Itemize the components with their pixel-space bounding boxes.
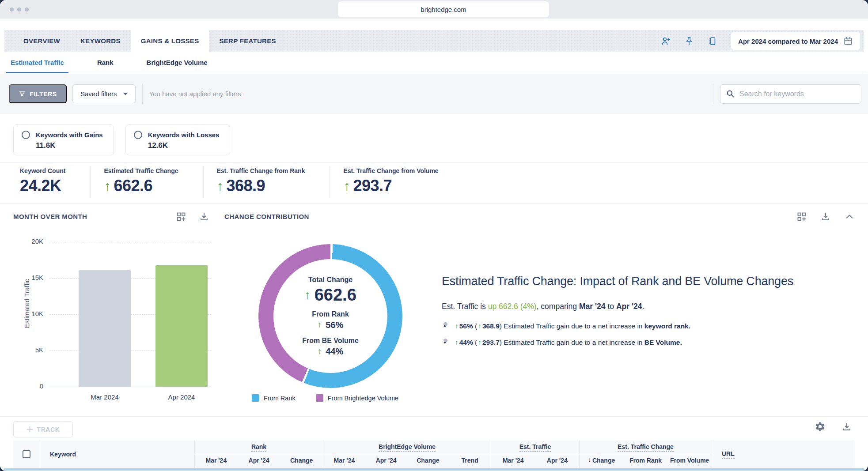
tab-gains-losses[interactable]: GAINS & LOSSES — [131, 30, 209, 52]
bullet-text: ↑44% (↑293.7) Estimated Traffic gain due… — [454, 339, 682, 347]
column-header-est-traffic-apr-24[interactable]: Apr '24 — [535, 454, 580, 468]
device-preview-icon[interactable] — [706, 35, 718, 47]
select-all-checkbox[interactable] — [23, 450, 30, 458]
column-group-label[interactable]: BrightEdge Volume — [379, 443, 436, 452]
horizontal-scrollbar[interactable] — [4, 468, 864, 471]
bar-mar-2024[interactable] — [79, 270, 131, 387]
keyword-table-header: Keyword RankMar '24Apr '24ChangeBrightEd… — [13, 441, 855, 468]
subtab-rank[interactable]: Rank — [93, 52, 118, 73]
column-header-est-traffic-change-from-rank[interactable]: From Rank — [624, 454, 668, 468]
radio-icon[interactable] — [22, 131, 30, 139]
up-arrow-icon: ↑ — [318, 320, 322, 330]
donut-chart[interactable]: Total Change ↑ 662.6 From Rank ↑ 56% Fro… — [258, 244, 402, 388]
add-to-dashboard-icon[interactable] — [796, 211, 807, 222]
filters-button[interactable]: FILTERS — [9, 84, 67, 103]
legend-label: From Brightedge Volume — [328, 395, 398, 402]
keyword-search[interactable] — [720, 84, 861, 104]
main-tabs: OVERVIEWKEYWORDSGAINS & LOSSESSERP FEATU… — [13, 30, 286, 52]
filter-status-text: You have not applied any filters — [149, 90, 241, 98]
column-group-est-traffic: Est. TrafficMar '24Apr '24 — [491, 441, 579, 468]
window-dot-icon[interactable] — [25, 8, 29, 11]
radio-icon[interactable] — [134, 131, 142, 139]
column-header-est-traffic-change-change[interactable]: ↓Change — [580, 454, 624, 468]
download-icon[interactable] — [199, 211, 209, 222]
stat-number: 293.7 — [353, 177, 392, 195]
column-header-est-traffic-mar-24[interactable]: Mar '24 — [491, 454, 535, 468]
calendar-icon — [843, 36, 853, 46]
download-icon[interactable] — [820, 211, 831, 222]
column-header-url[interactable]: URL — [712, 441, 855, 468]
up-arrow-icon: ↑ — [477, 322, 482, 330]
column-group-brightedge-volume: BrightEdge VolumeMar '24Apr '24ChangeTre… — [323, 441, 491, 468]
up-arrow-icon: ↑ — [454, 322, 459, 330]
column-group-label[interactable]: Est. Traffic — [519, 443, 551, 452]
up-arrow-icon: ↑ — [454, 339, 459, 346]
donut-legend: From RankFrom Brightedge Volume — [252, 394, 398, 402]
donut-center: Total Change ↑ 662.6 From Rank ↑ 56% Fro… — [273, 259, 387, 373]
toggle-card-keywords-with-gains[interactable]: Keywords with Gains11.6K — [13, 124, 114, 155]
subtab-estimated-traffic[interactable]: Estimated Traffic — [6, 52, 68, 73]
stat-value: ↑293.7 — [343, 177, 438, 195]
saved-filters-label: Saved filters — [80, 90, 117, 98]
gridline — [49, 387, 211, 387]
bullet-dot: • — [443, 322, 447, 326]
date-range-selector[interactable]: Apr 2024 compared to Mar 2024 — [731, 32, 860, 50]
collapse-chevron-up-icon[interactable] — [844, 211, 855, 222]
toggle-value: 11.6K — [36, 141, 103, 150]
month-over-month-title: MONTH OVER MONTH — [13, 213, 87, 220]
filter-bar: FILTERS Saved filters You have not appli… — [0, 74, 868, 114]
window-controls[interactable] — [10, 8, 29, 11]
column-group-label[interactable]: Rank — [251, 443, 266, 452]
column-header-brightedge-volume-mar-24[interactable]: Mar '24 — [323, 454, 365, 468]
search-icon — [726, 89, 735, 98]
stat-label: Keyword Count — [20, 167, 65, 174]
stat-estimated-traffic-change: Estimated Traffic Change↑662.6 — [91, 166, 203, 198]
tab-serp-features[interactable]: SERP FEATURES — [209, 30, 286, 52]
legend-item-from-brightedge-volume: From Brightedge Volume — [316, 394, 398, 402]
x-category-label: Apr 2024 — [155, 393, 208, 401]
x-category-label: Mar 2024 — [79, 393, 131, 401]
window-dot-icon[interactable] — [17, 8, 21, 11]
donut-total-value: 662.6 — [315, 286, 356, 305]
column-header-brightedge-volume-change[interactable]: Change — [407, 454, 449, 468]
chevron-down-icon — [123, 93, 128, 95]
add-to-dashboard-icon[interactable] — [176, 211, 186, 222]
legend-swatch — [252, 394, 259, 402]
select-all-cell — [13, 441, 40, 468]
stats-row: Keyword Count24.2KEstimated Traffic Chan… — [20, 166, 463, 198]
subtab-brightedge-volume[interactable]: BrightEdge Volume — [142, 52, 212, 73]
track-button[interactable]: TRACK — [13, 421, 73, 437]
saved-filters-dropdown[interactable]: Saved filters — [72, 84, 136, 103]
divider — [713, 84, 713, 104]
address-bar[interactable]: brightedge.com — [338, 1, 549, 17]
column-header-rank-change[interactable]: Change — [280, 454, 323, 468]
insight-bullet-1: •↑44% (↑293.7) Estimated Traffic gain du… — [442, 339, 859, 347]
column-group-est-traffic-change: Est. Traffic Change↓ChangeFrom RankFrom … — [579, 441, 712, 468]
column-header-keyword[interactable]: Keyword — [40, 441, 194, 468]
column-group-rank: RankMar '24Apr '24Change — [194, 441, 323, 468]
column-header-brightedge-volume-trend[interactable]: Trend — [449, 454, 491, 468]
bar-chart-ylabel: Estimated Traffic — [23, 249, 30, 358]
search-input[interactable] — [739, 90, 856, 98]
share-user-add-icon[interactable] — [660, 35, 672, 47]
column-header-rank-mar-24[interactable]: Mar '24 — [195, 454, 238, 468]
donut-volume-value: 44% — [326, 347, 343, 357]
column-header-brightedge-volume-apr-24[interactable]: Apr '24 — [365, 454, 407, 468]
tab-overview[interactable]: OVERVIEW — [13, 30, 70, 52]
bar-apr-2024[interactable] — [155, 265, 208, 387]
tab-keywords[interactable]: KEYWORDS — [70, 30, 131, 52]
toggle-value: 12.6K — [148, 141, 220, 150]
window-dot-icon[interactable] — [10, 8, 14, 11]
download-icon[interactable] — [841, 422, 852, 432]
gear-icon[interactable] — [815, 421, 826, 432]
column-header-est-traffic-change-from-volume[interactable]: From Volume — [667, 454, 712, 468]
pin-icon[interactable] — [683, 35, 695, 47]
toggle-card-keywords-with-losses[interactable]: Keywords with Losses12.6K — [125, 124, 231, 155]
y-tick-label: 15K — [17, 274, 43, 281]
donut-total-label: Total Change — [308, 276, 353, 284]
main-nav: OVERVIEWKEYWORDSGAINS & LOSSESSERP FEATU… — [4, 30, 864, 52]
column-group-label[interactable]: Est. Traffic Change — [618, 443, 674, 452]
bar-plot: 05K10K15K20KMar 2024Apr 2024 — [49, 242, 211, 387]
column-header-rank-apr-24[interactable]: Apr '24 — [238, 454, 280, 468]
url-text: brightedge.com — [421, 6, 466, 13]
